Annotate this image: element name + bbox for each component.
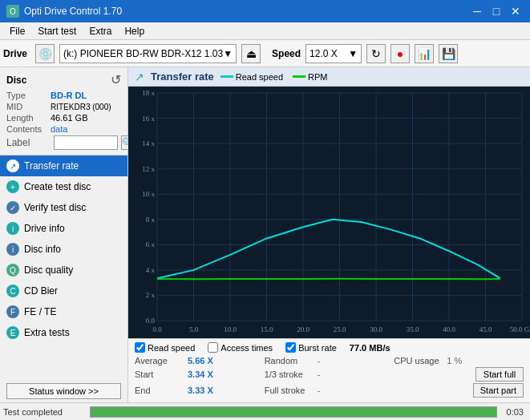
legend-rpm-label: RPM: [308, 72, 327, 82]
disc-info-icon: i: [6, 243, 19, 256]
average-label: Average: [135, 356, 183, 365]
chart-header-icon: ↗: [135, 71, 144, 83]
nav-disc-info[interactable]: i Disc info: [0, 239, 127, 260]
start-value: 3.34 X: [188, 370, 213, 379]
end-value: 3.33 X: [188, 386, 213, 395]
label-label: Label: [6, 137, 51, 148]
disc-quality-icon: Q: [6, 264, 19, 277]
status-time: 0:03: [504, 407, 527, 417]
drive-name: (k:) PIONEER BD-RW BDR-X12 1.03: [63, 48, 223, 59]
nav-verify-test-disc[interactable]: ✓ Verify test disc: [0, 197, 127, 218]
random-value: -: [318, 356, 321, 365]
burst-rate-check[interactable]: [285, 342, 296, 353]
nav-drive-info[interactable]: i Drive info: [0, 218, 127, 239]
main-layout: Disc ↺ Type BD-R DL MID RITEKDR3 (000) L…: [0, 67, 530, 402]
start-part-col: Start part: [394, 383, 524, 398]
nav-drive-info-label: Drive info: [24, 223, 65, 234]
start-label: Start: [135, 370, 183, 379]
chart-button[interactable]: 📊: [415, 44, 434, 63]
nav-fe-te-label: FE / TE: [24, 306, 56, 317]
access-times-check[interactable]: [208, 342, 218, 353]
checkboxes-row: Read speed Access times Burst rate 77.0 …: [135, 342, 524, 353]
start-full-col: Start full: [394, 367, 524, 382]
access-times-checkbox[interactable]: Access times: [208, 342, 273, 353]
end-col: End 3.33 X: [135, 383, 265, 398]
disc-panel: Disc ↺ Type BD-R DL MID RITEKDR3 (000) L…: [0, 67, 127, 155]
nav-cd-bier[interactable]: C CD Bier: [0, 281, 127, 301]
minimize-button[interactable]: ─: [469, 3, 485, 19]
nav-create-test-disc-label: Create test disc: [24, 181, 91, 192]
speed-select[interactable]: 12.0 X ▼: [305, 44, 362, 63]
label-input[interactable]: [54, 135, 118, 150]
close-button[interactable]: ✕: [508, 3, 524, 19]
drive-select[interactable]: (k:) PIONEER BD-RW BDR-X12 1.03 ▼: [59, 44, 237, 63]
progress-bar-fill: [91, 407, 496, 417]
read-speed-checkbox[interactable]: Read speed: [135, 342, 195, 353]
mid-value: RITEKDR3 (000): [51, 103, 111, 111]
maximize-button[interactable]: □: [488, 3, 504, 19]
start-full-button[interactable]: Start full: [475, 367, 524, 382]
nav-fe-te[interactable]: F FE / TE: [0, 301, 127, 322]
menu-extra[interactable]: Extra: [83, 24, 118, 38]
nav-create-test-disc[interactable]: + Create test disc: [0, 176, 127, 197]
speed-label: Speed: [265, 48, 301, 59]
menu-start-test[interactable]: Start test: [31, 24, 83, 38]
average-col: Average 5.66 X: [135, 356, 265, 365]
length-value: 46.61 GB: [51, 113, 87, 123]
end-label: End: [135, 386, 183, 395]
refresh-button[interactable]: ↻: [366, 44, 386, 63]
app-title: Opti Drive Control 1.70: [24, 6, 122, 17]
stroke13-value: -: [318, 370, 321, 379]
menu-file[interactable]: File: [3, 24, 31, 38]
create-test-disc-icon: +: [6, 180, 19, 193]
nav-disc-quality[interactable]: Q Disc quality: [0, 260, 127, 281]
stroke13-label: 1/3 stroke: [265, 370, 313, 379]
menu-help[interactable]: Help: [118, 24, 151, 38]
save-button[interactable]: 💾: [439, 44, 458, 63]
fe-te-icon: F: [6, 305, 19, 318]
nav-disc-info-label: Disc info: [24, 244, 61, 255]
read-speed-check[interactable]: [135, 342, 145, 353]
disc-refresh-icon[interactable]: ↺: [111, 72, 121, 87]
legend-rpm-color: [293, 75, 305, 78]
legend-rpm: RPM: [293, 72, 327, 82]
burst-rate-checkbox[interactable]: Burst rate: [285, 342, 337, 353]
transfer-rate-icon: ↗: [6, 160, 19, 172]
legend-read-speed: Read speed: [220, 72, 283, 82]
stroke13-col: 1/3 stroke -: [265, 367, 394, 382]
cd-bier-icon: C: [6, 285, 19, 297]
status-window-button[interactable]: Status window >>: [6, 383, 121, 399]
chart-container: [128, 87, 530, 338]
full-stroke-label: Full stroke: [265, 386, 313, 395]
app-icon: O: [6, 5, 19, 18]
chart-header: ↗ Transfer rate Read speed RPM: [128, 67, 530, 87]
type-value: BD-R DL: [51, 91, 87, 100]
nav-transfer-rate[interactable]: ↗ Transfer rate: [0, 155, 127, 176]
drive-icon-button[interactable]: 💿: [35, 44, 55, 63]
eject-button[interactable]: ⏏: [241, 44, 261, 63]
burst-value: 77.0 MB/s: [350, 343, 390, 353]
stats-area: Read speed Access times Burst rate 77.0 …: [128, 338, 530, 402]
extra-tests-icon: E: [6, 326, 19, 339]
cpu-label: CPU usage: [394, 356, 442, 365]
full-stroke-col: Full stroke -: [265, 383, 394, 398]
nav-disc-quality-label: Disc quality: [24, 265, 73, 276]
menu-bar: File Start test Extra Help: [0, 22, 530, 40]
start-col: Start 3.34 X: [135, 367, 265, 382]
drive-label: Drive: [3, 48, 30, 59]
length-label: Length: [6, 113, 51, 123]
nav-transfer-rate-label: Transfer rate: [24, 160, 79, 172]
full-stroke-value: -: [318, 386, 321, 395]
disc-title: Disc: [6, 75, 26, 86]
cpu-value: 1 %: [447, 356, 462, 365]
random-col: Random -: [265, 356, 394, 365]
nav-items: ↗ Transfer rate + Create test disc ✓ Ver…: [0, 155, 127, 380]
status-bar: Test completed 0:03: [0, 402, 530, 420]
contents-label: Contents: [6, 124, 51, 134]
type-label: Type: [6, 91, 51, 100]
start-part-button[interactable]: Start part: [473, 383, 524, 398]
record-button[interactable]: ●: [390, 44, 410, 63]
nav-extra-tests[interactable]: E Extra tests: [0, 322, 127, 343]
toolbar: Drive 💿 (k:) PIONEER BD-RW BDR-X12 1.03 …: [0, 40, 530, 67]
speed-value: 12.0 X: [310, 48, 338, 59]
